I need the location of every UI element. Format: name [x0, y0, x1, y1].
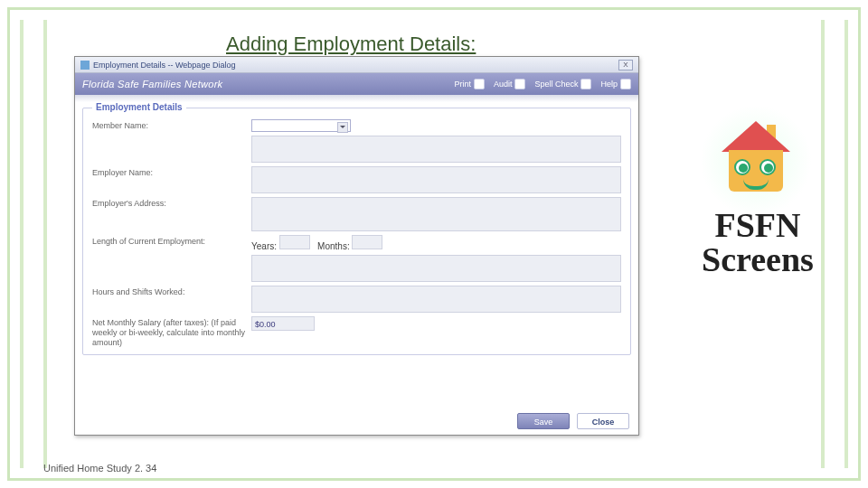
dialog-favicon-icon	[80, 61, 90, 70]
print-button[interactable]: Print	[454, 79, 485, 89]
net-salary-input[interactable]: $0.00	[251, 316, 315, 331]
help-button[interactable]: Help	[600, 79, 631, 89]
slide-border-top	[7, 7, 861, 10]
member-name-label: Member Name:	[92, 119, 251, 131]
slide-accent-left	[20, 20, 47, 468]
dialog-close-x-button[interactable]: X	[618, 60, 633, 70]
groupbox-title: Employment Details	[92, 102, 186, 112]
app-banner: Florida Safe Families Network Print Audi…	[75, 73, 638, 95]
length-employment-textarea[interactable]	[251, 255, 621, 282]
slide-footer: Unified Home Study 2. 34	[43, 463, 156, 474]
house-mascot-icon	[712, 117, 799, 204]
member-name-select[interactable]	[251, 119, 351, 132]
audit-button[interactable]: Audit	[494, 79, 526, 89]
slide-border-bottom	[7, 478, 861, 481]
net-salary-label: Net Monthly Salary (after taxes): (If pa…	[92, 316, 251, 347]
slide-title: Adding Employment Details:	[226, 33, 476, 56]
dialog-titlebar: Employment Details -- Webpage Dialog X	[75, 57, 638, 73]
hours-shifts-label: Hours and Shifts Worked:	[92, 286, 251, 297]
employer-address-label: Employer's Address:	[92, 197, 251, 209]
employment-details-dialog: Employment Details -- Webpage Dialog X F…	[74, 56, 639, 436]
months-label: Months:	[317, 241, 350, 251]
length-employment-label: Length of Current Employment:	[92, 235, 251, 247]
employer-name-label: Employer Name:	[92, 166, 251, 178]
years-label: Years:	[251, 241, 277, 251]
app-banner-title: Florida Safe Families Network	[82, 79, 454, 89]
help-icon	[620, 79, 631, 89]
dialog-button-bar: Save Close	[517, 413, 629, 429]
months-input[interactable]	[352, 235, 382, 249]
member-name-textarea[interactable]	[251, 136, 621, 163]
slide-border-left	[7, 7, 10, 481]
years-input[interactable]	[279, 235, 310, 249]
spellcheck-icon	[580, 79, 591, 89]
hours-shifts-textarea[interactable]	[251, 286, 621, 313]
slide-border-right	[858, 7, 861, 481]
print-icon	[474, 79, 485, 89]
banner-separator	[75, 95, 638, 102]
audit-icon	[514, 79, 525, 89]
save-button[interactable]: Save	[517, 413, 570, 429]
employment-details-groupbox: Employment Details Member Name: Employer…	[82, 108, 631, 355]
dialog-window-title: Employment Details -- Webpage Dialog	[93, 61, 618, 70]
employer-name-textarea[interactable]	[251, 166, 621, 193]
side-label: FSFN Screens	[685, 208, 830, 277]
spellcheck-button[interactable]: Spell Check	[534, 79, 591, 89]
length-employment-inputs: Years: Months:	[251, 235, 382, 251]
close-button[interactable]: Close	[577, 413, 629, 429]
banner-actions: Print Audit Spell Check Help	[454, 79, 631, 89]
employer-address-textarea[interactable]	[251, 197, 621, 231]
